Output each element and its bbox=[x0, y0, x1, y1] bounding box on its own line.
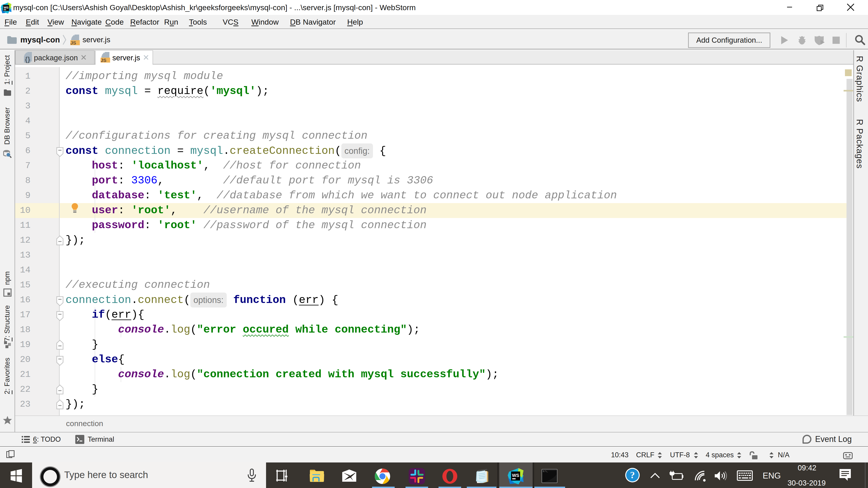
svg-text:JS: JS bbox=[70, 40, 76, 45]
svg-text:{}: {} bbox=[25, 56, 30, 63]
svg-text:WS: WS bbox=[4, 6, 8, 9]
svg-text:WS: WS bbox=[512, 473, 519, 478]
svg-text:JS: JS bbox=[101, 58, 106, 63]
svg-text:C:\_: C:\_ bbox=[543, 470, 548, 473]
